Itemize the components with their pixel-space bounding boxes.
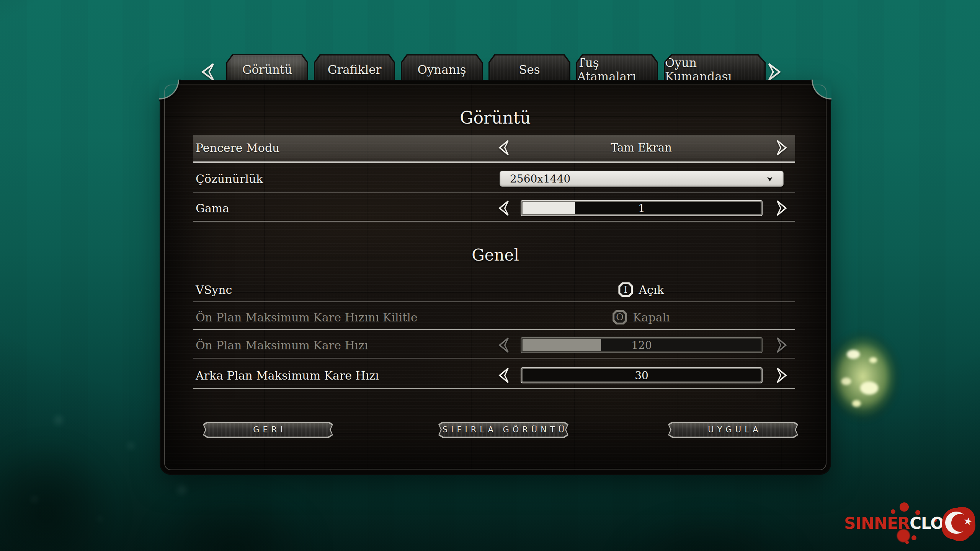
paint-splatter [905, 541, 909, 544]
left-dart-icon [498, 200, 510, 217]
row-label: Arka Plan Maksimum Kare Hızı [196, 363, 379, 388]
slider-right-arrow[interactable] [776, 200, 788, 217]
row-pencere-modu[interactable]: Pencere Modu Tam Ekran [193, 135, 795, 161]
section-heading-genel: Genel [161, 246, 830, 264]
foreground-fps-slider: 120 [521, 337, 763, 353]
back-button[interactable]: GERI [203, 422, 333, 438]
tab-label: Tuş Atamaları [577, 56, 657, 83]
slider-left-arrow[interactable] [498, 200, 510, 217]
tabs-next-button[interactable] [767, 62, 782, 82]
row-divider [193, 192, 795, 192]
tabs-prev-button[interactable] [200, 62, 216, 82]
left-arrow-icon [200, 62, 216, 82]
row-value: Tam Ekran [540, 135, 743, 161]
right-dart-icon [776, 139, 788, 156]
tab-label: Grafikler [328, 63, 382, 77]
row-divider [193, 161, 795, 163]
row-arka-plan-kare-hizi: Arka Plan Maksimum Kare Hızı 30 [193, 363, 795, 388]
panel-corner-ornament [159, 80, 187, 107]
fps-lock-toggle[interactable]: O Kapalı [540, 305, 743, 329]
row-label: Gama [196, 196, 229, 220]
right-dart-icon [776, 337, 788, 354]
row-label: Ön Plan Maksimum Kare Hızını Kilitle [196, 305, 418, 329]
tab-oynanis[interactable]: Oynanış [401, 54, 483, 85]
logo-clown-text: CLOWN [910, 514, 974, 533]
row-label: Çözünürlük [196, 166, 263, 191]
slider-track: 30 [523, 369, 761, 381]
slider-right-arrow[interactable] [776, 367, 788, 384]
bubble [172, 480, 191, 499]
bubble [124, 439, 137, 452]
settings-panel: Görüntü Pencere Modu Tam Ekran Çözünürlü… [161, 81, 830, 474]
apply-button-label: UYGULA [704, 425, 761, 434]
slider-left-arrow[interactable] [498, 367, 510, 384]
row-cozunurluk: Çözünürlük 980x551 [193, 166, 795, 191]
gamma-slider[interactable]: 1 [521, 200, 763, 216]
slider-track: 120 [523, 339, 761, 351]
glowing-egg-cluster [823, 328, 903, 425]
tab-oyun-kumandasi[interactable]: Oyun Kumandası [664, 54, 766, 85]
stepper-left-arrow[interactable] [498, 139, 510, 156]
left-dart-icon [498, 337, 510, 354]
tab-label: Ses [519, 63, 540, 77]
toggle-on-icon: I [618, 282, 633, 297]
reset-display-button[interactable]: SIFIRLA GÖRÜNTÜ [438, 422, 568, 438]
tab-label: Oyun Kumandası [665, 56, 764, 83]
caret-down-icon [766, 176, 773, 182]
right-dart-icon [776, 200, 788, 217]
logo-sinner-text: SINNER [844, 514, 910, 533]
paint-splatter [915, 510, 920, 515]
back-button-label: GERI [250, 425, 286, 434]
rock-silhouette [115, 463, 352, 551]
tab-goruntu[interactable]: Görüntü [226, 54, 308, 85]
paint-splatter [897, 529, 910, 542]
row-divider [193, 302, 795, 302]
toggle-state-label: Kapalı [633, 311, 670, 324]
left-dart-icon [498, 367, 510, 384]
row-label: VSync [196, 277, 232, 302]
bubble [29, 494, 40, 505]
dropdown-value: 980x551 [510, 173, 570, 185]
reset-button-label: SIFIRLA GÖRÜNTÜ [439, 425, 568, 434]
row-on-plan-kilitle: Ön Plan Maksimum Kare Hızını Kilitle O K… [193, 305, 795, 329]
row-divider [193, 329, 795, 330]
tab-ses[interactable]: Ses [488, 54, 570, 85]
left-dart-icon [498, 139, 510, 156]
row-gama: Gama 1 [193, 196, 795, 220]
right-arrow-icon [767, 62, 782, 82]
paint-splatter [900, 502, 909, 512]
row-divider [193, 221, 795, 222]
rock-silhouette [574, 490, 842, 551]
row-on-plan-kare-hizi: Ön Plan Maksimum Kare Hızı 120 [193, 333, 795, 357]
slider-value: 30 [523, 369, 761, 381]
tab-grafikler[interactable]: Grafikler [314, 54, 395, 85]
sinnerclown-logo: SINNERCLOWN ★ [840, 496, 974, 549]
row-divider [193, 388, 795, 389]
row-divider [193, 358, 795, 359]
star-icon: ★ [962, 515, 973, 528]
resolution-dropdown[interactable]: 980x551 [500, 171, 784, 187]
tab-tus-atamalari[interactable]: Tuş Atamaları [576, 54, 658, 85]
row-label: Ön Plan Maksimum Kare Hızı [196, 333, 368, 357]
right-dart-icon [776, 367, 788, 384]
panel-corner-ornament [804, 80, 831, 107]
tab-label: Görüntü [242, 63, 292, 77]
apply-button[interactable]: UYGULA [668, 422, 798, 438]
background-fps-slider[interactable]: 30 [521, 367, 763, 383]
row-label: Pencere Modu [196, 135, 279, 161]
toggle-off-icon: O [612, 310, 627, 324]
rock-silhouette [0, 413, 145, 551]
settings-screen: Görüntü Grafikler Oynanış Ses Tuş Atamal… [0, 0, 980, 551]
vsync-toggle[interactable]: I Açık [540, 277, 743, 302]
stepper-right-arrow[interactable] [776, 139, 788, 156]
paint-splatter [891, 509, 895, 514]
paint-splatter [933, 518, 937, 522]
panel-title: Görüntü [161, 108, 830, 127]
logo-text: SINNERCLOWN [844, 514, 974, 533]
turkish-flag-splat: ★ [941, 506, 975, 540]
slider-track: 1 [523, 202, 761, 214]
slider-right-arrow [776, 337, 788, 354]
toggle-state-label: Açık [639, 283, 664, 297]
paint-splatter [911, 535, 916, 540]
crescent-icon [945, 512, 967, 534]
